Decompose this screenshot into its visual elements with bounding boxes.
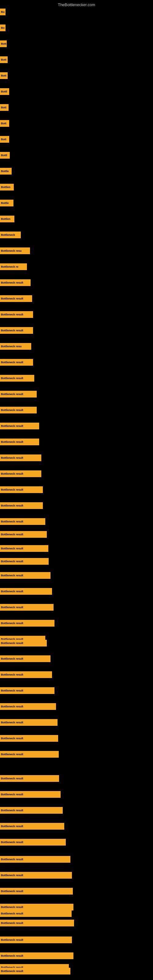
bar-item: Bottleneck result [0,545,48,552]
bar-label: Bottleneck result [1,590,23,593]
bar-label: Bottle [1,202,9,205]
bar-item: Bottleneck result [0,703,56,710]
bar-label: Bottleneck result [1,858,23,861]
bar-label: Bottl [1,90,7,93]
bar-label: Bottleneck resu [1,345,22,348]
bar-label: Bottleneck result [1,560,23,563]
bar-item: Bottleneck result [0,735,58,742]
bar-label: Bottleneck result [1,777,23,780]
bar-label: Bottleneck result [1,890,23,893]
bar-label: Bottleneck [1,233,15,236]
bar-label: Bottlen [1,218,10,221]
bar-label: Bottleneck result [1,657,23,660]
bar-label: Bottleneck result [1,737,23,740]
bar-label: Bottleneck result [1,905,23,908]
bar-item: Bottleneck result [0,572,51,579]
bar-item: Bottleneck result [0,604,54,611]
bar-label: Bottleneck result [1,456,23,460]
bar-label: Bottleneck result [1,377,23,380]
bar-label: Bottleneck result [1,520,23,523]
bar-item: Bott [0,120,9,127]
bar-item: Bottleneck result [0,455,41,461]
bar-item: Bottleneck result [0,423,39,430]
bar-label: Bo [1,10,5,13]
bar-item: Bottleneck result [0,888,73,894]
bar-label: Bottleneck result [1,547,23,550]
bar-item: Bott [0,72,8,79]
bar-item: Bottleneck result [0,518,45,525]
bar-item: Bottleneck result [0,856,70,863]
bar-item: Bottleneck result [0,311,33,318]
bar-label: Bottl [1,154,7,157]
bar-item: Bottleneck re [0,263,27,270]
bar-label: Bottleneck result [1,689,23,692]
bar-item: Bott [0,40,7,47]
site-title: TheBottlenecker.com [0,0,153,8]
bar-label: Bottleneck result [1,921,23,924]
bar-item: Bottlen [0,216,14,222]
bar-label: Bottleneck result [1,574,23,577]
bar-label: Bottleneck result [1,705,23,708]
bar-label: Bott [1,42,6,45]
bar-item: Bottleneck result [0,910,72,917]
bar-item: Bottleneck result [0,470,41,477]
bar-label: Bottleneck result [1,793,23,796]
bar-item: Bottleneck result [0,655,51,662]
bar-item: Bottleneck result [0,295,32,302]
bar-label: Bottleneck result [1,297,23,300]
bar-label: Bott [1,74,6,77]
bar-item: Bottleneck result [0,279,30,286]
bar-item: Bottleneck result [0,904,73,910]
bar-item: Bottleneck result [0,920,74,926]
bar-label: Bottleneck result [1,409,23,412]
bar-label: Bottleneck result [1,504,23,507]
bar-label: Bottleneck result [1,313,23,316]
bar-item: Bottleneck result [0,751,59,758]
bar-item: Bottleneck result [0,839,66,846]
bar-label: Bott [1,138,6,141]
bar-item: Bo [0,9,5,15]
bar-item: Bottleneck result [0,391,37,398]
bar-item: Bottleneck resu [0,343,31,350]
bar-item: Bottleneck result [0,531,47,538]
bar-label: Bottleneck resu [1,249,22,252]
bar-label: Bottleneck result [1,912,23,915]
bar-item: Bottleneck result [0,359,33,366]
bar-item: Bottleneck result [0,588,52,595]
bar-item: Bottleneck result [0,620,54,627]
bar-label: Bottlen [1,186,10,189]
bar-label: Bottleneck result [1,361,23,364]
bar-item: Bottleneck resu [0,247,30,254]
bar-label: Bottleneck result [1,533,23,536]
bar-label: Bottleneck result [1,425,23,428]
bar-item: Bottle [0,168,12,175]
bar-label: Bottleneck result [1,281,23,284]
bar-item: Bottleneck result [0,640,47,646]
bar-label: Bott [1,106,6,109]
bar-item: Bottleneck result [0,968,70,975]
bar-item: Bottleneck result [0,807,63,814]
bar-item: Bottleneck result [0,823,64,830]
bar-item: Bottl [0,152,10,159]
bar-label: Bott [1,122,6,125]
bar-item: Bottleneck result [0,953,73,959]
bar-item: Bottleneck result [0,775,59,782]
bar-label: Bottleneck result [1,841,23,844]
bar-label: Bottleneck re [1,265,18,268]
bar-label: Bottleneck result [1,488,23,491]
bar-item: Bottleneck result [0,558,49,565]
bar-label: Bottleneck result [1,441,23,444]
bar-item: Bo [0,24,5,31]
bar-label: Bottleneck result [1,393,23,396]
bar-item: Bottleneck result [0,719,57,726]
bar-label: Bottleneck result [1,825,23,828]
bar-item: Bott [0,56,8,63]
bar-item: Bottleneck [0,232,21,238]
bar-item: Bottleneck result [0,486,43,493]
bar-item: Bottleneck result [0,375,34,382]
bar-item: Bottlen [0,184,14,191]
bar-item: Bottleneck result [0,791,61,798]
bar-label: Bott [1,58,6,61]
bar-label: Bottleneck result [1,874,23,877]
bar-label: Bottleneck result [1,622,23,625]
